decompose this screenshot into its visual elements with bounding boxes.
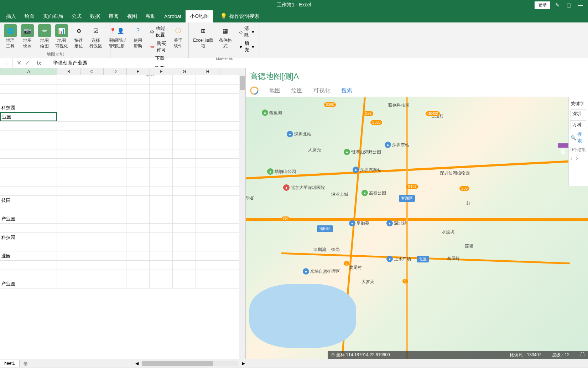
cell-E19[interactable] [126, 242, 150, 251]
cell-E2[interactable] [126, 85, 150, 93]
cell-G13[interactable] [173, 186, 196, 195]
district-label[interactable]: 福田区 [317, 225, 333, 232]
cell-D16[interactable] [103, 214, 126, 223]
cell-B3[interactable] [57, 94, 80, 103]
cell-G21[interactable] [173, 261, 196, 270]
ribbon-tab-4[interactable]: 数据 [86, 10, 104, 22]
map-poi[interactable]: ●鲤鱼湖 [262, 109, 282, 116]
cell-D9[interactable] [103, 149, 126, 158]
col-header-B[interactable]: B [57, 68, 80, 75]
cell-C23[interactable] [80, 279, 103, 288]
cell-G11[interactable] [173, 168, 196, 177]
map-tab-2[interactable]: 可视化 [313, 87, 331, 94]
cell-F10[interactable] [150, 159, 173, 168]
cell-E13[interactable] [126, 186, 150, 195]
cell-C10[interactable] [80, 159, 103, 168]
cell-D12[interactable] [103, 177, 126, 186]
map-poi[interactable]: ●深圳站 [386, 220, 407, 226]
cell-F21[interactable] [150, 261, 173, 270]
cell-H1[interactable] [196, 75, 219, 84]
cell-D10[interactable] [103, 159, 126, 168]
cell-E23[interactable] [126, 279, 150, 288]
ribbon-excel-addin[interactable]: ⊞ Excel 加载项 [191, 22, 216, 56]
minimize-icon[interactable]: — [576, 2, 584, 8]
cell-G3[interactable] [173, 94, 196, 103]
cell-B10[interactable] [57, 159, 80, 168]
cell-A14[interactable]: 技园 [0, 196, 57, 205]
cell-F11[interactable] [150, 168, 173, 177]
cell-H22[interactable] [196, 270, 219, 279]
cell-B17[interactable] [57, 224, 80, 232]
cell-A20[interactable]: 业园 [0, 251, 57, 260]
cell-D14[interactable] [103, 196, 126, 205]
cell-D19[interactable] [103, 242, 126, 251]
cell-C12[interactable] [80, 177, 103, 186]
cell-C11[interactable] [80, 168, 103, 177]
cell-C19[interactable] [80, 242, 103, 251]
map-poi[interactable]: 莲塘 [465, 243, 473, 249]
cell-A7[interactable] [0, 131, 57, 140]
search-button[interactable]: 🔍 搜索 [571, 131, 586, 144]
cell-H6[interactable] [196, 122, 219, 131]
cell-A1[interactable] [0, 75, 57, 84]
cell-D4[interactable] [103, 103, 126, 112]
cell-A4[interactable]: 科技园 [0, 103, 57, 112]
ribbon-tab-6[interactable]: 视图 [123, 10, 141, 22]
cell-H4[interactable] [196, 103, 219, 112]
cell-H3[interactable] [196, 94, 219, 103]
cell-G20[interactable] [173, 251, 196, 260]
login-button[interactable]: 登录 [535, 1, 550, 9]
cell-E12[interactable] [126, 177, 150, 186]
cell-A16[interactable]: 产业园 [0, 214, 57, 223]
map-tab-0[interactable]: 地图 [269, 87, 281, 94]
cell-B11[interactable] [57, 168, 80, 177]
cell-D23[interactable] [103, 279, 126, 288]
cell-C6[interactable] [80, 122, 103, 131]
map-poi[interactable]: ●上水广场 [386, 256, 411, 262]
cell-F5[interactable] [150, 112, 173, 121]
cell-E3[interactable] [126, 94, 150, 103]
cell-B23[interactable] [57, 279, 80, 288]
cell-H9[interactable] [196, 149, 219, 158]
cell-E7[interactable] [126, 131, 150, 140]
map-poi[interactable]: ●北京大学深圳医院 [283, 184, 325, 191]
cell-F19[interactable] [150, 242, 173, 251]
cell-C4[interactable] [80, 103, 103, 112]
cell-E16[interactable] [126, 214, 150, 223]
cell-F4[interactable] [150, 103, 173, 112]
cell-D18[interactable] [103, 233, 126, 242]
map-poi[interactable]: 铁岗 [331, 247, 340, 253]
cell-D2[interactable] [103, 85, 126, 93]
cell-C17[interactable] [80, 224, 103, 232]
cell-F8[interactable] [150, 140, 173, 149]
cell-B14[interactable] [57, 196, 80, 205]
cell-B13[interactable] [57, 186, 80, 195]
cell-F18[interactable] [150, 233, 173, 242]
map-poi[interactable]: ●荔枝公园 [361, 190, 386, 196]
cell-F20[interactable] [150, 251, 173, 260]
cancel-icon[interactable]: ✕ [17, 60, 21, 66]
cell-G22[interactable] [173, 270, 196, 279]
col-header-C[interactable]: C [80, 68, 104, 75]
col-header-F[interactable]: F [150, 68, 173, 75]
cell-B1[interactable] [57, 75, 80, 84]
cell-D1[interactable] [103, 75, 126, 84]
cell-H17[interactable] [196, 224, 219, 232]
cell-F23[interactable] [150, 279, 173, 288]
cell-G18[interactable] [173, 233, 196, 242]
cell-B4[interactable] [57, 103, 80, 112]
map-poi[interactable]: 乐谷 [246, 195, 254, 201]
cell-H21[interactable] [196, 261, 219, 270]
district-label[interactable]: 罗湖区 [399, 195, 415, 202]
cell-E20[interactable] [126, 251, 150, 260]
cell-A18[interactable]: 科技园 [0, 233, 57, 242]
ribbon-tab-0[interactable]: 插入 [2, 10, 20, 22]
cell-G17[interactable] [173, 224, 196, 232]
cell-E18[interactable] [126, 233, 150, 242]
cell-A12[interactable] [0, 177, 57, 186]
cell-E5[interactable] [126, 112, 150, 121]
cell-H12[interactable] [196, 177, 219, 186]
ribbon-quick-locate[interactable]: ⊕ 快速 定位 [70, 22, 87, 51]
ribbon-map-visual[interactable]: 📊 地图 可视化 [53, 22, 70, 51]
cell-G16[interactable] [173, 214, 196, 223]
